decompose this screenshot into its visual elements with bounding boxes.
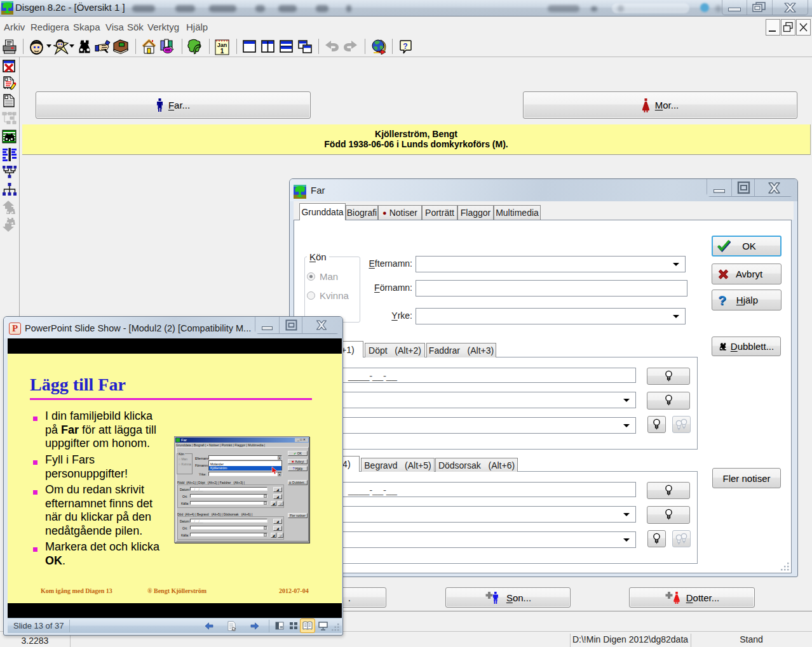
svg-text:?: ? bbox=[403, 42, 407, 51]
svg-text:1: 1 bbox=[220, 48, 224, 55]
